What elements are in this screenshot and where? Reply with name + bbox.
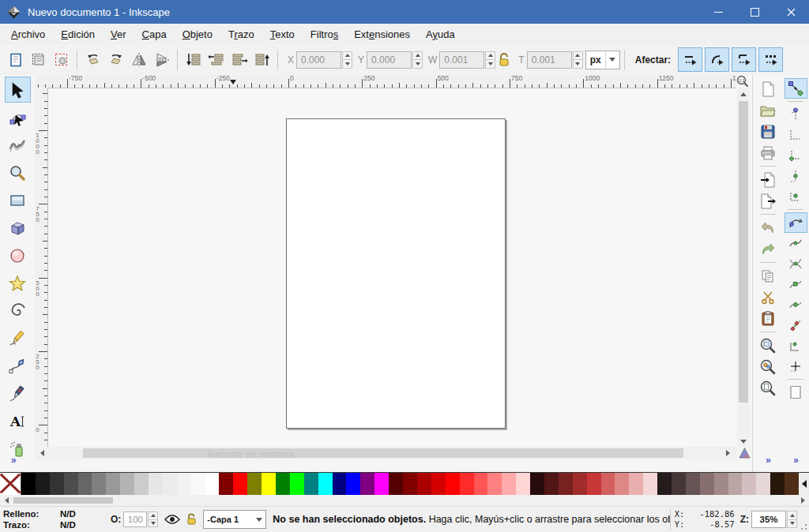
vertical-scroll-thumb[interactable] bbox=[739, 101, 748, 403]
palette-swatch[interactable] bbox=[346, 473, 360, 495]
fill-stroke-indicator[interactable]: Relleno:N/D Trazo:N/D bbox=[0, 508, 106, 530]
palette-swatch-none[interactable] bbox=[0, 473, 21, 495]
palette-swatch[interactable] bbox=[233, 473, 247, 495]
scroll-left-arrow[interactable] bbox=[36, 447, 47, 459]
undo-button[interactable] bbox=[757, 217, 780, 238]
zoom-drawing-button[interactable] bbox=[757, 356, 780, 377]
palette-swatch[interactable] bbox=[92, 473, 106, 495]
palette-swatch[interactable] bbox=[629, 473, 643, 495]
document-page[interactable] bbox=[286, 118, 506, 429]
scroll-down-arrow[interactable] bbox=[737, 436, 750, 447]
flip-vertical-button[interactable] bbox=[150, 48, 173, 71]
affect-pattern-toggle[interactable] bbox=[758, 47, 783, 72]
palette-swatch[interactable] bbox=[417, 473, 431, 495]
palette-swatch[interactable] bbox=[672, 473, 686, 495]
snap-rotation-centers-button[interactable] bbox=[785, 356, 807, 377]
3d-box-tool[interactable] bbox=[5, 215, 31, 241]
palette-swatch[interactable] bbox=[205, 473, 220, 495]
select-all-layers-button[interactable] bbox=[27, 48, 50, 71]
snap-bbox-corners-button[interactable] bbox=[785, 145, 807, 166]
opacity-field[interactable]: 100 bbox=[123, 511, 147, 527]
color-managed-view-button[interactable] bbox=[737, 447, 751, 459]
rotate-ccw-button[interactable] bbox=[81, 48, 104, 71]
bezier-pen-tool[interactable] bbox=[5, 353, 31, 379]
palette-swatch[interactable] bbox=[403, 473, 417, 495]
spiral-tool[interactable] bbox=[5, 298, 31, 324]
palette-swatch[interactable] bbox=[714, 473, 728, 495]
opacity-spinner[interactable] bbox=[148, 511, 158, 527]
menu-edicion[interactable]: Edición bbox=[53, 28, 103, 40]
palette-scrollbar[interactable] bbox=[0, 495, 809, 506]
x-spinner[interactable] bbox=[342, 51, 352, 69]
width-field[interactable]: 0.001 bbox=[439, 51, 484, 69]
print-button[interactable] bbox=[757, 142, 780, 163]
affect-corners-toggle[interactable] bbox=[705, 47, 729, 72]
menu-trazo[interactable]: Trazo bbox=[220, 28, 262, 40]
affect-gradient-toggle[interactable] bbox=[732, 47, 756, 72]
palette-scroll-right-arrow[interactable] bbox=[798, 495, 807, 506]
palette-swatch[interactable] bbox=[460, 473, 474, 495]
palette-swatch[interactable] bbox=[374, 473, 389, 495]
unit-select[interactable]: px bbox=[585, 51, 620, 69]
palette-swatch[interactable] bbox=[318, 473, 333, 495]
vertical-ruler[interactable]: 10007505002500 bbox=[35, 88, 48, 447]
palette-swatch[interactable] bbox=[106, 473, 120, 495]
raise-to-top-button[interactable] bbox=[250, 48, 273, 71]
scroll-right-arrow[interactable] bbox=[722, 447, 733, 459]
redo-button[interactable] bbox=[757, 238, 780, 260]
height-field[interactable]: 0.001 bbox=[527, 51, 572, 69]
zoom-spinner[interactable] bbox=[787, 511, 797, 528]
palette-swatch[interactable] bbox=[262, 473, 276, 495]
palette-swatch[interactable] bbox=[163, 473, 177, 495]
star-tool[interactable] bbox=[5, 270, 31, 296]
palette-swatch[interactable] bbox=[502, 473, 516, 495]
palette-swatch[interactable] bbox=[134, 473, 149, 495]
spray-tool[interactable] bbox=[5, 436, 31, 462]
palette-swatch[interactable] bbox=[333, 473, 347, 495]
palette-scroll-left-arrow[interactable] bbox=[2, 495, 11, 506]
commands-bar-expander[interactable]: » bbox=[766, 455, 770, 466]
lower-to-bottom-button[interactable] bbox=[182, 48, 205, 71]
height-spinner[interactable] bbox=[573, 51, 583, 69]
palette-swatch[interactable] bbox=[120, 473, 134, 495]
snap-paths-button[interactable] bbox=[785, 233, 807, 253]
palette-swatch[interactable] bbox=[544, 473, 559, 495]
palette-swatch[interactable] bbox=[21, 473, 36, 495]
zoom-level-field[interactable]: 35% bbox=[751, 511, 786, 528]
lower-button[interactable] bbox=[205, 48, 228, 71]
ellipse-tool[interactable] bbox=[5, 242, 31, 268]
palette-swatch[interactable] bbox=[149, 473, 163, 495]
import-button[interactable] bbox=[757, 169, 780, 190]
open-button[interactable] bbox=[757, 99, 780, 121]
palette-swatch[interactable] bbox=[742, 473, 756, 495]
zoom-page-button[interactable] bbox=[757, 377, 780, 399]
deselect-button[interactable] bbox=[50, 48, 73, 71]
menu-extensiones[interactable]: Extensiones bbox=[346, 28, 418, 40]
palette-swatch[interactable] bbox=[290, 473, 304, 495]
palette-swatch[interactable] bbox=[36, 473, 50, 495]
snap-bbox-midpoints-button[interactable] bbox=[785, 166, 807, 186]
palette-swatch[interactable] bbox=[700, 473, 714, 495]
snap-toggle-button[interactable] bbox=[785, 78, 807, 99]
flip-horizontal-button[interactable] bbox=[127, 48, 150, 71]
palette-swatch[interactable] bbox=[78, 473, 92, 495]
palette-swatch[interactable] bbox=[487, 473, 502, 495]
close-button[interactable] bbox=[773, 0, 809, 24]
palette-swatch[interactable] bbox=[573, 473, 587, 495]
lock-ratio-button[interactable] bbox=[495, 48, 513, 71]
palette-swatch[interactable] bbox=[431, 473, 446, 495]
raise-button[interactable] bbox=[228, 48, 250, 71]
width-spinner[interactable] bbox=[485, 51, 495, 69]
zoom-selection-button[interactable] bbox=[757, 335, 780, 356]
toolbox-expander[interactable]: » bbox=[11, 455, 16, 466]
palette-swatch[interactable] bbox=[657, 473, 672, 495]
horizontal-scrollbar[interactable]: Recorte de ventana bbox=[35, 447, 736, 459]
palette-swatch[interactable] bbox=[530, 473, 544, 495]
menu-ayuda[interactable]: Ayuda bbox=[418, 28, 463, 40]
export-button[interactable] bbox=[757, 190, 780, 212]
text-tool[interactable]: A bbox=[5, 408, 31, 434]
palette-swatch[interactable] bbox=[446, 473, 460, 495]
snap-smooth-nodes-button[interactable] bbox=[785, 294, 807, 315]
palette-swatch[interactable] bbox=[587, 473, 601, 495]
menu-texto[interactable]: Texto bbox=[262, 28, 303, 40]
